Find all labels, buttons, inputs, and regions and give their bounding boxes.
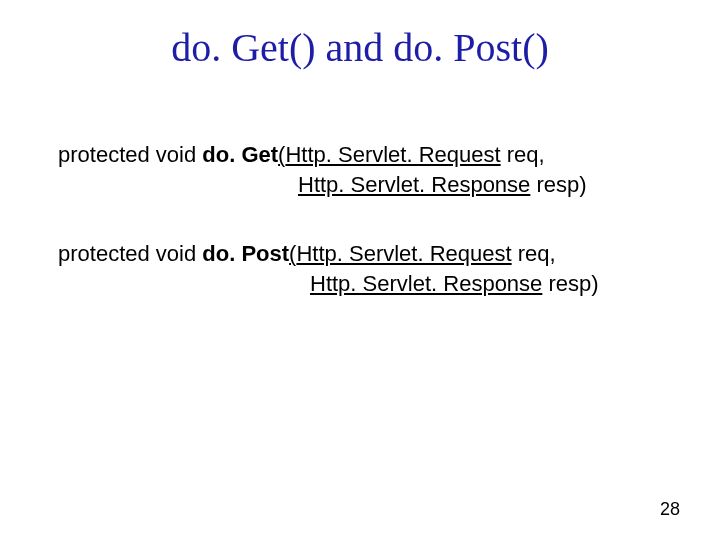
doget-line2: Http. Servlet. Response resp) bbox=[58, 170, 680, 200]
dopost-line2: Http. Servlet. Response resp) bbox=[58, 269, 680, 299]
doget-response-type: Http. Servlet. Response bbox=[298, 172, 530, 197]
doget-response-var: resp) bbox=[530, 172, 586, 197]
dopost-request-type: Http. Servlet. Request bbox=[296, 241, 511, 266]
dopost-request-var: req, bbox=[512, 241, 556, 266]
doget-request-var: req, bbox=[501, 142, 545, 167]
dopost-response-var: resp) bbox=[542, 271, 598, 296]
doget-line1: protected void do. Get(Http. Servlet. Re… bbox=[58, 140, 680, 170]
page-number: 28 bbox=[660, 499, 680, 520]
slide: do. Get() and do. Post() protected void … bbox=[0, 0, 720, 540]
dopost-response-type: Http. Servlet. Response bbox=[310, 271, 542, 296]
modifier-text: protected void bbox=[58, 241, 202, 266]
slide-body: protected void do. Get(Http. Servlet. Re… bbox=[58, 140, 680, 339]
doget-request-type: Http. Servlet. Request bbox=[285, 142, 500, 167]
method-name-dopost: do. Post bbox=[202, 241, 289, 266]
slide-title: do. Get() and do. Post() bbox=[0, 24, 720, 71]
doget-signature: protected void do. Get(Http. Servlet. Re… bbox=[58, 140, 680, 199]
modifier-text: protected void bbox=[58, 142, 202, 167]
dopost-line1: protected void do. Post(Http. Servlet. R… bbox=[58, 239, 680, 269]
method-name-doget: do. Get bbox=[202, 142, 278, 167]
dopost-signature: protected void do. Post(Http. Servlet. R… bbox=[58, 239, 680, 298]
